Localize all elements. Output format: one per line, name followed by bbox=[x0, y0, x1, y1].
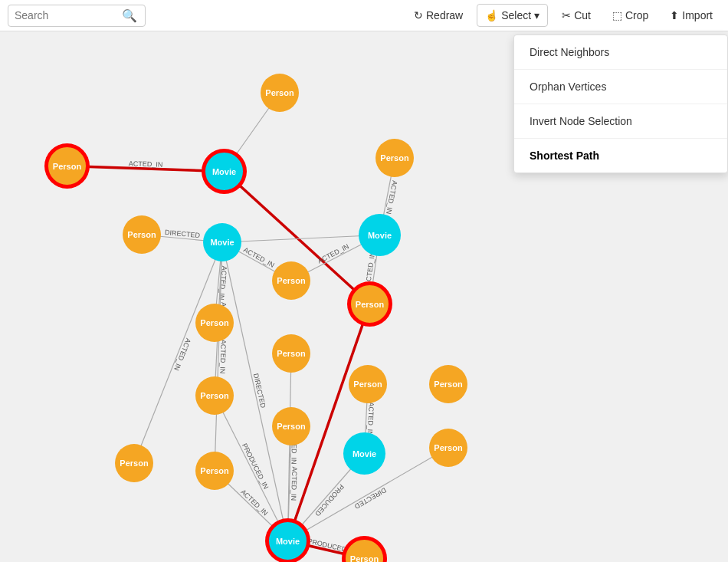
node-p_mid3[interactable]: Person bbox=[195, 376, 234, 415]
node-m_bot_center[interactable]: Movie bbox=[267, 520, 309, 562]
svg-text:ACTED_IN: ACTED_IN bbox=[366, 402, 375, 436]
node-m_mid[interactable]: Movie bbox=[203, 223, 241, 261]
svg-line-18 bbox=[134, 242, 222, 463]
svg-text:ACTED_IN: ACTED_IN bbox=[242, 246, 276, 269]
node-p_center[interactable]: Person bbox=[272, 261, 310, 300]
crop-icon: ⬚ bbox=[612, 9, 622, 21]
search-box: 🔍 bbox=[8, 5, 146, 27]
select-label: Select bbox=[501, 9, 531, 21]
node-p_bot_right_sel[interactable]: Person bbox=[343, 537, 385, 562]
search-input[interactable] bbox=[15, 9, 122, 21]
node-p_bot1[interactable]: Person bbox=[272, 407, 310, 445]
svg-text:ACTED_IN: ACTED_IN bbox=[316, 242, 350, 265]
svg-text:DIRECTED: DIRECTED bbox=[165, 228, 201, 239]
redraw-button[interactable]: ↻ Redraw bbox=[406, 5, 471, 26]
node-p_mid_left[interactable]: Person bbox=[123, 215, 161, 254]
node-m_bot_right[interactable]: Movie bbox=[343, 432, 385, 475]
redraw-icon: ↻ bbox=[414, 9, 423, 21]
node-p_highlight[interactable]: Person bbox=[349, 283, 391, 325]
svg-line-9 bbox=[222, 235, 380, 243]
svg-line-1 bbox=[67, 166, 225, 172]
node-p_top[interactable]: Person bbox=[261, 74, 299, 112]
import-button[interactable]: ⬆ Import bbox=[662, 5, 720, 26]
crop-label: Crop bbox=[625, 9, 648, 21]
node-p_far_right3[interactable]: Person bbox=[429, 365, 467, 403]
svg-text:DIRECTED: DIRECTED bbox=[252, 373, 267, 409]
node-p_far_right[interactable]: Person bbox=[375, 139, 414, 177]
node-p_bot_left[interactable]: Person bbox=[115, 444, 153, 482]
node-p_bot_left2[interactable]: Person bbox=[195, 452, 234, 490]
svg-text:ACTED_IN: ACTED_IN bbox=[172, 337, 192, 372]
svg-text:PRODUCED: PRODUCED bbox=[313, 483, 346, 518]
menu-item-0[interactable]: Direct Neighbors bbox=[514, 35, 727, 70]
cut-label: Cut bbox=[574, 9, 591, 21]
cut-button[interactable]: ✂ Cut bbox=[554, 5, 598, 26]
redraw-label: Redraw bbox=[426, 9, 463, 21]
node-p_left[interactable]: Person bbox=[46, 145, 88, 187]
node-p_far_right2[interactable]: Person bbox=[349, 365, 387, 403]
node-p_right2[interactable]: Person bbox=[272, 334, 310, 373]
svg-text:ACTED_IN: ACTED_IN bbox=[218, 340, 227, 374]
svg-line-28 bbox=[288, 353, 292, 541]
menu-item-3[interactable]: Shortest Path bbox=[514, 139, 727, 173]
svg-text:PRODUCED_IN: PRODUCED_IN bbox=[241, 442, 270, 491]
crop-button[interactable]: ⬚ Crop bbox=[605, 5, 656, 26]
cut-icon: ✂ bbox=[562, 9, 571, 21]
menu-item-1[interactable]: Orphan Vertices bbox=[514, 70, 727, 104]
node-m_right[interactable]: Movie bbox=[359, 214, 401, 256]
chevron-down-icon: ▾ bbox=[534, 9, 539, 21]
svg-text:ACTED_IN: ACTED_IN bbox=[385, 180, 398, 215]
svg-text:ACTED_IN: ACTED_IN bbox=[239, 488, 269, 517]
svg-text:ACTED_IN: ACTED_IN bbox=[290, 467, 298, 501]
svg-text:PRODUCED: PRODUCED bbox=[307, 537, 348, 554]
toolbar: 🔍 ↻ Redraw ☝ Select ▾ ✂ Cut ⬚ Crop ⬆ Imp… bbox=[0, 0, 728, 31]
node-p_mid2[interactable]: Person bbox=[195, 304, 234, 342]
svg-text:ACTED_IN: ACTED_IN bbox=[129, 159, 163, 169]
svg-line-20 bbox=[215, 242, 222, 471]
node-p_bot_far[interactable]: Person bbox=[429, 429, 467, 467]
dropdown-menu: Direct NeighborsOrphan VerticesInvert No… bbox=[513, 35, 728, 173]
node-m_top[interactable]: Movie bbox=[203, 150, 245, 192]
import-icon: ⬆ bbox=[670, 9, 679, 21]
search-button[interactable]: 🔍 bbox=[122, 8, 137, 23]
svg-text:ACTED_IN: ACTED_IN bbox=[364, 251, 376, 286]
svg-text:DIRECTED: DIRECTED bbox=[353, 486, 387, 511]
cursor-icon: ☝ bbox=[485, 9, 498, 21]
svg-text:ACTED_IN: ACTED_IN bbox=[218, 265, 228, 300]
select-button[interactable]: ☝ Select ▾ bbox=[477, 4, 548, 27]
menu-item-2[interactable]: Invert Node Selection bbox=[514, 104, 727, 139]
import-label: Import bbox=[682, 9, 713, 21]
